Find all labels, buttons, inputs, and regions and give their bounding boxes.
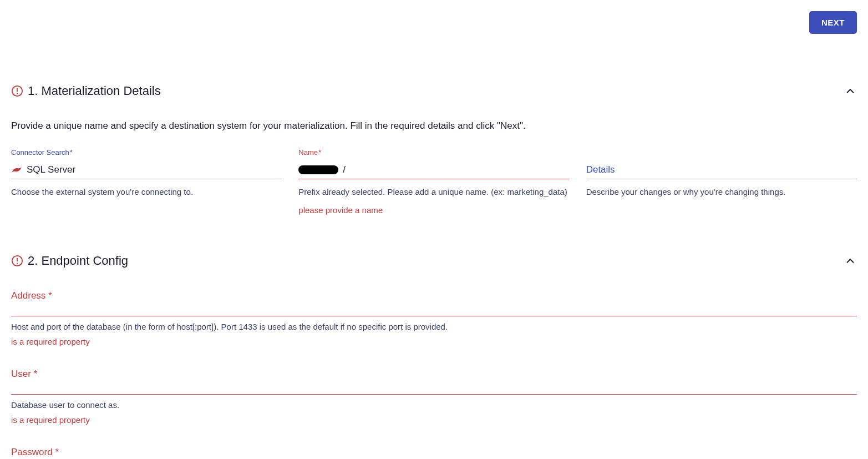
details-input[interactable]: Details: [586, 162, 857, 179]
user-helper: Database user to connect as.: [11, 400, 857, 410]
connector-search-field: Connector Search* SQL Server Choose the …: [11, 148, 282, 215]
alert-icon: [11, 85, 23, 97]
password-label: Password *: [11, 447, 857, 458]
section-endpoint-config: 2. Endpoint Config Address * Host and po…: [11, 254, 857, 458]
address-error: is a required property: [11, 337, 857, 346]
chevron-up-icon[interactable]: [844, 254, 857, 268]
name-prefix-slash: /: [343, 164, 346, 175]
next-button[interactable]: NEXT: [809, 11, 857, 34]
name-error: please provide a name: [298, 205, 569, 215]
user-input[interactable]: [11, 381, 857, 395]
connector-search-label: Connector Search*: [11, 148, 282, 157]
address-helper: Host and port of the database (in the fo…: [11, 322, 857, 331]
user-label: User *: [11, 369, 857, 380]
section-header[interactable]: 2. Endpoint Config: [11, 254, 857, 268]
name-prefix-redacted: [298, 165, 338, 174]
section-title: 2. Endpoint Config: [28, 254, 128, 268]
name-input[interactable]: /: [298, 162, 569, 179]
svg-point-5: [17, 263, 18, 264]
name-label: Name*: [298, 148, 569, 157]
details-placeholder: Details: [586, 164, 615, 175]
details-helper: Describe your changes or why you're chan…: [586, 186, 857, 199]
details-field: Details Describe your changes or why you…: [586, 148, 857, 215]
connector-search-input[interactable]: SQL Server: [11, 162, 282, 179]
section-header[interactable]: 1. Materialization Details: [11, 84, 857, 98]
address-label: Address *: [11, 290, 857, 301]
section-materialization-details: 1. Materialization Details Provide a uni…: [11, 84, 857, 215]
user-error: is a required property: [11, 415, 857, 425]
user-field: User * Database user to connect as. is a…: [11, 369, 857, 425]
connector-search-helper: Choose the external system you're connec…: [11, 186, 282, 199]
name-field: Name* / Prefix already selected. Please …: [298, 148, 569, 215]
section-description: Provide a unique name and specify a dest…: [11, 120, 857, 132]
address-input[interactable]: [11, 302, 857, 316]
connector-search-value: SQL Server: [27, 164, 75, 175]
alert-icon: [11, 255, 23, 267]
top-bar: NEXT: [11, 11, 857, 34]
address-field: Address * Host and port of the database …: [11, 290, 857, 346]
chevron-up-icon[interactable]: [844, 84, 857, 98]
details-label-spacer: [586, 148, 857, 157]
name-helper: Prefix already selected. Please add a un…: [298, 186, 569, 199]
section-title: 1. Materialization Details: [28, 84, 161, 98]
svg-point-2: [17, 93, 18, 94]
password-field: Password *: [11, 447, 857, 458]
sql-server-icon: [11, 166, 22, 174]
